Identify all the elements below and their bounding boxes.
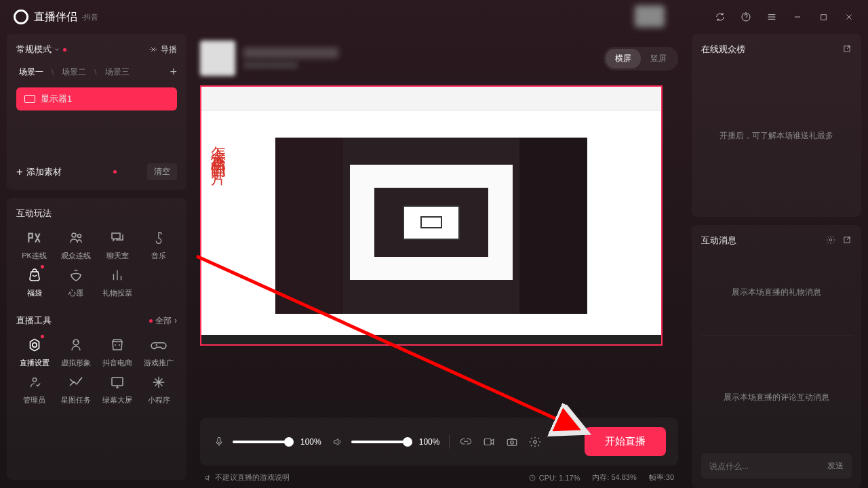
stream-title[interactable] [243,47,338,58]
tools-panel: 互动玩法 PK连线 观众连线 聊天室 音乐 福袋 心愿 礼物投票 直播工具 全部… [7,198,186,480]
svg-rect-1 [821,14,826,20]
minimize-icon[interactable] [792,12,803,22]
svg-rect-10 [508,439,517,445]
svg-point-5 [73,340,79,345]
mem-stat: 内存: 54.83% [592,472,636,483]
fps-stat: 帧率:30 [649,472,674,483]
interactive-title: 互动玩法 [16,207,177,220]
gift-placeholder: 展示本场直播的礼物消息 [701,255,852,329]
camera-icon[interactable] [505,435,519,449]
message-panel: 互动消息 展示本场直播的礼物消息 展示本场直播的评论互动消息 发送 [692,225,861,488]
tool-startask[interactable]: 星图任务 [58,373,94,405]
svg-point-12 [534,440,537,443]
menu-icon[interactable] [766,12,777,22]
tool-game-promo[interactable]: 游戏推广 [141,336,177,368]
preview-canvas[interactable]: 怎会迷恋巫山的那一片 [200,85,663,346]
monitor-icon [24,95,35,103]
tool-miniapp[interactable]: 小程序 [141,373,177,405]
speaker-icon[interactable] [331,435,344,449]
scene-tab-3[interactable]: 场景三 [102,65,132,79]
tool-greenscreen[interactable]: 绿幕大屏 [100,373,136,405]
close-icon[interactable] [844,12,854,22]
stream-avatar[interactable] [200,41,235,76]
user-avatar[interactable] [635,5,665,27]
titlebar: 直播伴侣 ·抖音 [0,0,868,34]
tool-music[interactable]: 音乐 [141,229,177,261]
settings-icon[interactable] [528,435,542,449]
tool-chatroom[interactable]: 聊天室 [100,229,136,261]
orient-horizontal[interactable]: 横屏 [606,49,641,68]
help-icon[interactable] [741,12,751,22]
send-button[interactable]: 发送 [827,460,844,472]
status-bar: 不建议直播的游戏说明 CPU: 1.17% 内存: 54.83% 帧率:30 [200,472,678,488]
tool-pk[interactable]: PK连线 [16,229,52,261]
scene-tab-1[interactable]: 场景一 [16,65,46,79]
svg-rect-7 [112,378,123,386]
refresh-icon[interactable] [715,12,726,22]
chat-input[interactable] [709,462,827,471]
add-scene-button[interactable]: + [170,65,177,79]
svg-point-6 [33,378,37,382]
svg-point-2 [72,233,76,237]
orient-vertical[interactable]: 竖屏 [641,49,676,68]
link-icon[interactable] [459,435,473,449]
message-title: 互动消息 [701,235,736,247]
tool-gift-vote[interactable]: 礼物投票 [100,266,136,298]
bottom-control-bar: 100% 100% 开始直播 [200,418,678,466]
maximize-icon[interactable] [818,12,829,22]
speaker-slider[interactable] [351,441,412,443]
stream-category[interactable] [243,61,298,69]
svg-point-3 [77,235,81,238]
game-hint-link[interactable]: 不建议直播的游戏说明 [204,472,290,483]
tool-stream-settings[interactable]: 直播设置 [16,336,52,368]
tool-audience-link[interactable]: 观众连线 [58,229,94,261]
svg-point-15 [829,239,832,241]
clear-button[interactable]: 清空 [147,163,177,180]
stream-header: 横屏 竖屏 [200,34,678,85]
svg-point-11 [511,441,514,444]
message-settings-icon[interactable] [826,235,835,247]
orientation-toggle: 横屏 竖屏 [604,47,678,70]
audience-panel: 在线观众榜 开播后，可了解本场谁送礼最多 [692,34,861,217]
mode-selector[interactable]: 常规模式 [16,43,66,56]
start-stream-button[interactable]: 开始直播 [585,427,666,456]
source-monitor1[interactable]: 显示器1 [16,87,177,110]
record-icon[interactable] [482,435,496,449]
app-name: 直播伴侣 [34,10,77,24]
preview-content: 怎会迷恋巫山的那一片 [201,87,661,344]
svg-point-4 [32,343,37,348]
chat-placeholder: 展示本场直播的评论互动消息 [701,341,852,453]
scene-panel: 常规模式 导播 场景一 \ 场景二 \ 场景三 + 显示器1 [7,34,186,190]
popout-icon[interactable] [842,44,852,56]
add-material-button[interactable]: +添加素材 [16,166,117,178]
mic-volume: 100% [300,437,321,447]
tool-ecommerce[interactable]: 抖音电商 [100,336,136,368]
tool-luckybag[interactable]: 福袋 [16,266,52,298]
mic-icon[interactable] [212,435,226,449]
guide-button[interactable]: 导播 [149,44,177,56]
app-subname: ·抖音 [81,12,98,22]
tools-title: 直播工具 [16,314,52,327]
svg-rect-9 [485,439,492,445]
scene-tab-2[interactable]: 场景二 [59,65,89,79]
speaker-volume: 100% [419,437,440,447]
audience-title: 在线观众榜 [701,43,745,56]
audience-placeholder: 开播后，可了解本场谁送礼最多 [701,64,852,207]
message-popout-icon[interactable] [842,235,852,247]
tool-wish[interactable]: 心愿 [58,266,94,298]
tool-virtual-avatar[interactable]: 虚拟形象 [58,336,94,368]
cpu-stat: CPU: 1.17% [528,474,580,482]
tool-admin[interactable]: 管理员 [16,373,52,405]
all-tools-link[interactable]: 全部 › [149,315,177,327]
chat-input-row: 发送 [701,453,852,479]
app-logo-icon [14,9,28,24]
mic-slider[interactable] [233,441,294,443]
